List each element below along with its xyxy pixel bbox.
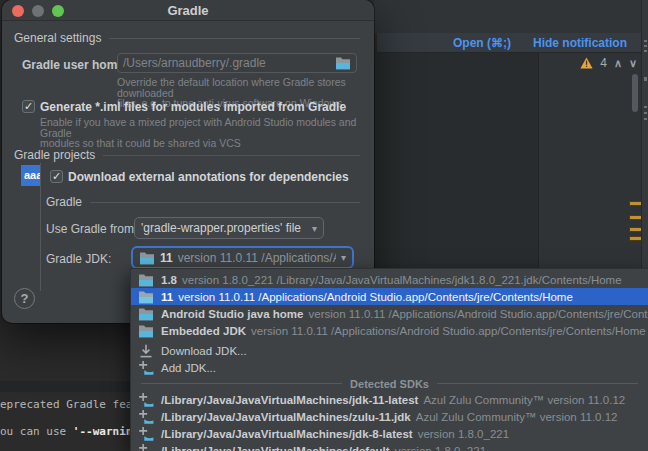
- traffic-lights: [12, 5, 64, 17]
- panel-scrollbar[interactable]: [632, 74, 638, 112]
- jdk-option-android-studio-java-home[interactable]: Android Studio java homeversion 11.0.11 …: [131, 305, 648, 322]
- tool-stripe-mark: [644, 45, 647, 47]
- gradle-user-home-field[interactable]: /Users/arnaudberry/.gradle: [117, 53, 357, 73]
- next-warning-button[interactable]: ∨: [629, 58, 637, 69]
- zoom-button[interactable]: [52, 5, 64, 17]
- download-annotations-label[interactable]: Download external annotations for depend…: [68, 170, 349, 184]
- gradle-subsection-header: Gradle: [46, 195, 360, 209]
- folder-icon: [138, 272, 154, 288]
- detected-sdk-zulu-11[interactable]: /Library/Java/JavaVirtualMachines/zulu-1…: [131, 408, 648, 425]
- gradle-user-home-value: /Users/arnaudberry/.gradle: [123, 56, 335, 70]
- add-folder-icon: [138, 360, 154, 376]
- detected-sdk-jdk-8-latest[interactable]: /Library/Java/JavaVirtualMachines/jdk-8-…: [131, 425, 648, 442]
- add-folder-icon: [138, 409, 154, 425]
- add-folder-icon: [138, 426, 154, 442]
- gradle-projects-section-header: Gradle projects: [14, 148, 360, 162]
- tool-stripe-mark: [644, 50, 647, 52]
- detected-sdk-default[interactable]: /Library/Java/JavaVirtualMachines/defaul…: [131, 442, 648, 451]
- chevron-down-icon: ▾: [341, 252, 346, 263]
- editor-top-strip: [374, 0, 641, 33]
- detected-sdk-jdk-11-latest[interactable]: /Library/Java/JavaVirtualMachines/jdk-11…: [131, 391, 648, 408]
- tool-stripe-mark: [644, 106, 647, 108]
- jdk-option-11-selected[interactable]: 11version 11.0.11 /Applications/Android …: [131, 288, 648, 305]
- add-folder-icon: [138, 392, 154, 408]
- warning-icon: [580, 57, 593, 69]
- gradle-jdk-label: Gradle JDK:: [46, 252, 111, 266]
- screen: Open (⌘;) Hide notification 4 ∧ ∨ epreca…: [0, 0, 648, 451]
- folder-icon: [138, 306, 154, 322]
- generate-iml-label[interactable]: Generate *.iml files for modules importe…: [40, 100, 346, 114]
- tool-stripe-mark: [644, 77, 647, 81]
- add-folder-icon: [138, 443, 154, 451]
- generate-iml-hint: Enable if you have a mixed project with …: [40, 117, 360, 149]
- folder-browse-icon[interactable]: [335, 55, 351, 71]
- add-jdk-item[interactable]: Add JDK...: [131, 359, 648, 376]
- download-jdk-item[interactable]: Download JDK...: [131, 342, 648, 359]
- folder-icon: [138, 289, 154, 305]
- jdk-option-embedded-jdk[interactable]: Embedded JDKversion 11.0.11 /Application…: [131, 322, 648, 339]
- folder-icon: [138, 323, 154, 339]
- tool-stripe-mark: [644, 40, 647, 42]
- download-annotations-checkbox[interactable]: ✓: [50, 170, 63, 183]
- project-list-item[interactable]: aaa: [21, 165, 40, 186]
- jdk-option-1.8[interactable]: 1.8version 1.8.0_221 /Library/Java/JavaV…: [131, 271, 648, 288]
- chevron-down-icon: ▾: [312, 223, 317, 234]
- problems-toolbar: 4 ∧ ∨: [580, 56, 637, 70]
- gradle-jdk-select[interactable]: 11 version 11.0.11 /Applications/Androic…: [131, 246, 354, 269]
- download-icon: [138, 343, 154, 359]
- general-settings-section-header: General settings: [14, 31, 360, 45]
- generate-iml-checkbox[interactable]: ✓: [22, 100, 35, 113]
- hide-notification-link[interactable]: Hide notification: [533, 36, 627, 50]
- minimize-button: [32, 5, 44, 17]
- gradle-jdk-popup: 1.8version 1.8.0_221 /Library/Java/JavaV…: [130, 268, 648, 451]
- warning-count: 4: [600, 56, 607, 70]
- use-gradle-from-label: Use Gradle from:: [46, 222, 137, 236]
- dialog-titlebar[interactable]: Gradle: [2, 0, 374, 21]
- help-button[interactable]: ?: [14, 288, 35, 309]
- use-gradle-from-select[interactable]: 'gradle-wrapper.properties' file ▾: [134, 217, 324, 239]
- detected-sdks-separator: Detected SDKs: [131, 376, 648, 391]
- folder-icon: [139, 250, 155, 266]
- tool-stripe-mark: [644, 118, 647, 120]
- gradle-user-home-label: Gradle user home:: [22, 58, 128, 72]
- tool-stripe-mark: [644, 112, 647, 114]
- dialog-title: Gradle: [167, 3, 208, 18]
- project-list-divider: [40, 163, 41, 291]
- open-settings-link[interactable]: Open (⌘;): [453, 36, 511, 50]
- previous-warning-button[interactable]: ∧: [614, 58, 622, 69]
- close-button[interactable]: [12, 5, 24, 17]
- sync-notification-banner: Open (⌘;) Hide notification: [377, 33, 641, 53]
